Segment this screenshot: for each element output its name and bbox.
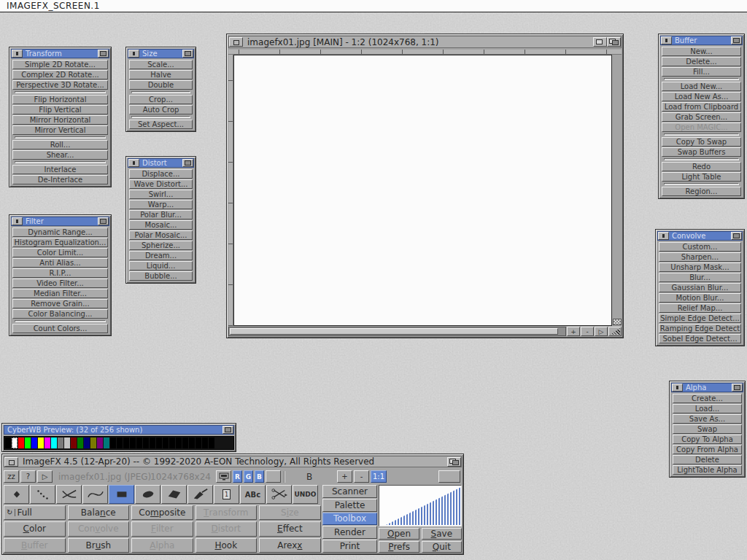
depth-gadget-icon[interactable] <box>731 232 742 240</box>
panel-button[interactable]: Open MAGIC... <box>662 122 741 132</box>
panel-button[interactable]: Swirl... <box>129 190 193 199</box>
panel-button[interactable]: Sharpen... <box>659 252 741 262</box>
palette-swatch[interactable] <box>90 438 96 448</box>
panel-button[interactable]: Double <box>129 80 193 90</box>
panel-button[interactable]: Interlace <box>12 165 108 174</box>
brush-tool-button[interactable] <box>187 485 213 504</box>
image-window-titlebar[interactable]: imagefx01.jpg [MAIN] - 1:2 (1024x768, 1:… <box>228 36 622 48</box>
panel-button[interactable]: Crop... <box>129 95 193 104</box>
panel-button[interactable]: Remove Grain... <box>12 299 108 308</box>
close-gadget-icon[interactable] <box>658 232 669 240</box>
panel-button[interactable]: Gaussian Blur... <box>659 283 741 292</box>
close-gadget-icon[interactable] <box>128 159 139 167</box>
palette-swatch[interactable] <box>71 438 77 448</box>
panel-button[interactable]: De-Interlace <box>12 175 108 184</box>
palette-swatch[interactable] <box>44 438 50 448</box>
freehand-tool-button[interactable] <box>30 485 55 504</box>
help-button[interactable]: ? <box>20 470 36 483</box>
mode-button[interactable]: Render <box>322 526 378 539</box>
panel-button[interactable]: Delete... <box>662 57 741 66</box>
command-button[interactable]: Distort <box>196 521 258 536</box>
cut-tool-button[interactable] <box>266 485 292 504</box>
panel-button[interactable]: Load... <box>673 404 742 413</box>
depth-gadget-icon[interactable] <box>182 50 193 58</box>
panel-button[interactable]: Perspective 3D Rotate... <box>12 80 108 90</box>
close-gadget-icon[interactable] <box>12 50 23 58</box>
panel-button[interactable]: Dream... <box>129 251 193 260</box>
buffer-titlebar[interactable]: Buffer <box>660 36 743 45</box>
panel-button[interactable]: Create... <box>673 394 742 403</box>
panel-button[interactable]: Fill... <box>662 67 741 77</box>
command-button[interactable]: ↻Full <box>4 505 66 520</box>
panel-button[interactable]: Color Balancing... <box>12 309 108 319</box>
panel-button[interactable]: Simple Edge Detect... <box>659 314 741 323</box>
command-button[interactable]: Brush <box>68 538 130 553</box>
channel-g-button[interactable]: G <box>244 470 253 483</box>
command-button[interactable]: Balance <box>68 505 130 520</box>
palette-swatch[interactable] <box>84 438 90 448</box>
action-button[interactable]: Prefs <box>379 541 419 553</box>
depth-gadget-icon[interactable] <box>447 457 461 467</box>
box-tool-button[interactable] <box>109 485 134 504</box>
command-button[interactable]: Transform <box>196 505 258 520</box>
palette-swatch[interactable] <box>182 438 188 448</box>
curve-tool-button[interactable] <box>82 485 108 504</box>
depth-gadget-icon[interactable] <box>732 384 743 392</box>
panel-button[interactable]: Mosaic... <box>129 220 193 230</box>
command-button[interactable]: Filter <box>131 521 193 536</box>
command-button[interactable]: Size <box>259 505 321 520</box>
panel-button[interactable]: Region... <box>662 187 741 196</box>
horizontal-scrollbar[interactable] <box>228 327 566 336</box>
command-button[interactable]: Alpha <box>131 538 193 553</box>
channel-r-button[interactable]: R <box>233 470 242 483</box>
palette-swatch[interactable] <box>189 438 195 448</box>
panel-button[interactable]: Copy From Alpha <box>673 445 742 454</box>
panel-button[interactable]: Ramping Edge Detect <box>659 324 741 333</box>
panel-button[interactable]: Copy To Alpha <box>673 435 742 444</box>
pattern-button[interactable] <box>438 470 460 483</box>
panel-button[interactable]: Liquid... <box>129 261 193 271</box>
clipboard-tool-button[interactable]: 1 <box>214 485 239 504</box>
zoom-gadget-icon[interactable] <box>593 37 607 47</box>
panel-button[interactable]: Polar Mosaic... <box>129 230 193 240</box>
close-gadget-icon[interactable] <box>229 37 243 47</box>
palette-swatch[interactable] <box>25 438 31 448</box>
panel-button[interactable]: Copy To Swap <box>662 137 741 147</box>
panel-button[interactable]: Blur... <box>659 273 741 282</box>
panel-button[interactable]: Wave Distort... <box>129 179 193 189</box>
panel-button[interactable]: Count Colors... <box>12 324 108 333</box>
transform-titlebar[interactable]: Transform <box>11 49 109 58</box>
panel-button[interactable]: Swap <box>673 424 742 434</box>
palette-swatch[interactable] <box>117 438 123 448</box>
screen-mode-button[interactable] <box>216 470 231 483</box>
panel-button[interactable]: Video Filter... <box>12 279 108 288</box>
command-button[interactable]: Buffer <box>4 538 66 553</box>
panel-button[interactable]: Load from Clipboard <box>662 102 741 112</box>
panel-button[interactable]: Unsharp Mask... <box>659 262 741 272</box>
panel-button[interactable]: New... <box>662 47 741 56</box>
panel-button[interactable]: Halve <box>129 70 193 79</box>
line-tool-button[interactable] <box>56 485 82 504</box>
palette-swatch[interactable] <box>31 438 37 448</box>
panel-button[interactable]: Dynamic Range... <box>12 228 108 237</box>
panel-button[interactable]: R.I.P... <box>12 268 108 278</box>
channel-b-button[interactable]: B <box>255 470 264 483</box>
point-tool-button[interactable] <box>4 485 29 504</box>
palette-swatch[interactable] <box>130 438 136 448</box>
palette-swatch[interactable] <box>38 438 44 448</box>
palette-swatch[interactable] <box>110 438 116 448</box>
screen-titlebar[interactable]: IMAGEFX_SCREEN.1 <box>0 0 747 12</box>
panel-button[interactable]: Mirror Vertical <box>12 125 108 135</box>
action-button[interactable]: Quit <box>422 541 462 553</box>
panel-button[interactable]: Scale... <box>129 60 193 69</box>
resize-gadget-icon[interactable] <box>608 327 622 336</box>
action-button[interactable]: Open <box>379 528 419 540</box>
close-gadget-icon[interactable] <box>661 36 672 44</box>
panel-button[interactable]: Anti Alias... <box>12 258 108 268</box>
depth-gadget-icon[interactable] <box>222 426 233 434</box>
command-button[interactable]: Hook <box>196 538 258 553</box>
palette-swatch[interactable] <box>143 438 149 448</box>
panel-button[interactable]: Auto Crop <box>129 105 193 114</box>
zoom-out-gadget[interactable]: - <box>581 327 594 336</box>
panel-button[interactable]: Grab Screen... <box>662 112 741 122</box>
